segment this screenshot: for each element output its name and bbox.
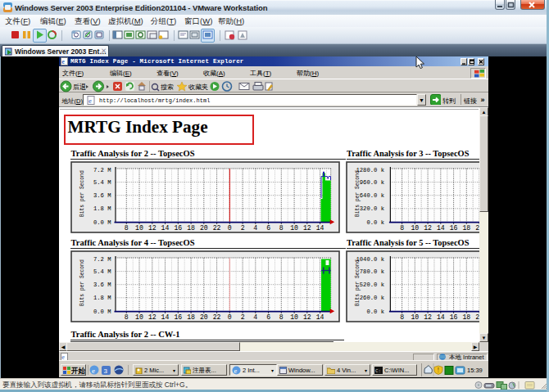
svg-text:Bits per Second: Bits per Second [355, 170, 361, 217]
svg-text:10: 10 [290, 224, 298, 232]
svg-text:260.0 k: 260.0 k [360, 295, 384, 301]
svg-text:14: 14 [161, 313, 170, 321]
svg-text:22: 22 [213, 313, 221, 321]
svg-text:e: e [92, 367, 95, 375]
svg-text:10: 10 [135, 313, 143, 321]
svg-text:0: 0 [228, 224, 232, 232]
svg-text:10: 10 [290, 313, 298, 321]
svg-text:520.0 k: 520.0 k [360, 282, 384, 288]
svg-text:3.6 M: 3.6 M [93, 282, 111, 288]
svg-text:8: 8 [279, 313, 284, 321]
svg-text:14: 14 [161, 224, 170, 232]
svg-text:780.0 k: 780.0 k [360, 268, 384, 275]
svg-text:1280.0 k: 1280.0 k [356, 167, 384, 173]
svg-text:6: 6 [266, 313, 270, 321]
svg-text:!: ! [438, 367, 440, 374]
svg-text:3: 3 [104, 367, 108, 375]
svg-text:2: 2 [241, 313, 245, 321]
svg-text:16: 16 [450, 224, 458, 232]
svg-text:12: 12 [424, 224, 432, 232]
svg-text:18: 18 [187, 224, 195, 232]
svg-text:3.6 M: 3.6 M [93, 192, 111, 199]
svg-text:0.0 k: 0.0 k [366, 309, 384, 315]
svg-text:16: 16 [174, 313, 182, 321]
svg-text:7.2 M: 7.2 M [93, 167, 111, 173]
svg-text:0.0 M: 0.0 M [93, 309, 111, 315]
svg-text:14: 14 [316, 224, 324, 232]
svg-text:7.2 M: 7.2 M [93, 256, 111, 263]
svg-text:0.0 M: 0.0 M [93, 219, 111, 226]
svg-text:e: e [61, 58, 65, 65]
svg-text:C:: C: [375, 368, 381, 374]
svg-text:10: 10 [411, 224, 419, 232]
svg-text:e: e [88, 97, 92, 105]
svg-text:320.0 k: 320.0 k [360, 205, 384, 212]
svg-text:8: 8 [125, 224, 129, 232]
svg-text:14: 14 [437, 224, 445, 232]
svg-text:12: 12 [424, 313, 432, 321]
svg-text:18: 18 [187, 313, 195, 321]
svg-text:22: 22 [213, 224, 221, 232]
svg-text:1.8 M: 1.8 M [93, 295, 111, 301]
svg-text:4: 4 [253, 224, 257, 232]
svg-text:16: 16 [174, 224, 182, 232]
svg-text:10: 10 [411, 313, 419, 321]
svg-text:960.0 k: 960.0 k [360, 179, 384, 186]
svg-text:e: e [234, 367, 238, 375]
svg-text:12: 12 [303, 224, 311, 232]
svg-text:8: 8 [400, 224, 404, 232]
svg-text:6: 6 [266, 224, 270, 232]
svg-text:8: 8 [279, 224, 284, 232]
svg-text:4: 4 [253, 313, 257, 321]
svg-text:2: 2 [241, 224, 245, 232]
svg-text:8: 8 [125, 313, 129, 321]
svg-text:18: 18 [462, 313, 470, 321]
svg-text:8: 8 [400, 313, 404, 321]
svg-text:18: 18 [462, 224, 470, 232]
svg-text:14: 14 [437, 313, 445, 321]
svg-text:0: 0 [228, 313, 232, 321]
svg-text:10: 10 [135, 224, 143, 232]
svg-text:14: 14 [316, 313, 324, 321]
svg-text:12: 12 [148, 224, 157, 232]
svg-text:0.0 k: 0.0 k [366, 219, 384, 226]
svg-text:12: 12 [303, 313, 311, 321]
svg-text:1040.0 k: 1040.0 k [356, 256, 384, 263]
svg-text:Bits per Second: Bits per Second [79, 259, 85, 306]
svg-text:5.4 M: 5.4 M [93, 179, 111, 186]
svg-text:1.8 M: 1.8 M [93, 205, 111, 212]
svg-text:Bits per Second: Bits per Second [79, 170, 85, 217]
svg-text:640.0 k: 640.0 k [360, 192, 384, 199]
svg-text:20: 20 [200, 313, 208, 321]
svg-text:12: 12 [148, 313, 157, 321]
svg-text:16: 16 [450, 313, 458, 321]
svg-text:20: 20 [200, 224, 208, 232]
svg-text:Bits per Second: Bits per Second [355, 259, 361, 306]
svg-text:5.4 M: 5.4 M [93, 268, 111, 275]
